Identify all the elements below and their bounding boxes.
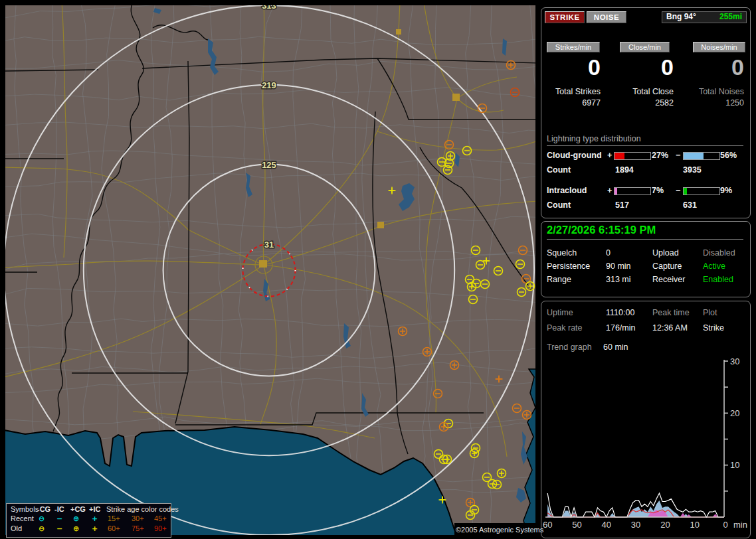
legend-col-neg-ic: -IC	[54, 505, 64, 513]
svg-text:30: 30	[631, 520, 640, 530]
counters-panel: STRIKE NOISE Bng 94° 255mi Strikes/min C…	[541, 7, 751, 218]
ic-negative-count: 631	[683, 200, 697, 210]
age-90: 90+	[154, 524, 167, 532]
svg-text:313: 313	[262, 5, 276, 11]
strike-toggle-button[interactable]: STRIKE	[545, 11, 585, 23]
intracloud-label: Intracloud	[547, 186, 587, 195]
ic-negative-bar	[683, 187, 720, 195]
cg-positive-count: 1894	[615, 165, 634, 175]
datetime-divider	[547, 239, 743, 240]
total-close-value: 2582	[620, 98, 674, 108]
svg-text:219: 219	[262, 80, 276, 90]
peak-rate-label: Peak rate	[547, 323, 583, 333]
legend-recent-label: Recent	[11, 514, 34, 522]
bearing-distance: 255mi	[719, 12, 742, 22]
close-per-min-button[interactable]: Close/min	[620, 42, 670, 52]
old-pos-ic-icon: +	[92, 524, 98, 533]
legend-symbols-header: Symbols	[11, 505, 39, 513]
plot-label: Plot	[703, 308, 717, 317]
cg-plus-sign: +	[607, 151, 612, 160]
bearing-label: Bng 94°	[666, 12, 696, 22]
ic-negative-pct: 9%	[720, 186, 732, 195]
cg-positive-bar	[614, 152, 651, 160]
total-noises-value: 1250	[693, 98, 744, 108]
distribution-title: Lightning type distribution	[547, 134, 641, 143]
receiver-value: Enabled	[703, 275, 733, 284]
old-neg-ic-icon: −	[56, 524, 62, 533]
cg-negative-pct: 56%	[720, 151, 737, 160]
svg-text:0: 0	[723, 520, 727, 530]
total-noises-label: Total Noises	[693, 87, 744, 96]
status-panel: 2/27/2026 6:15:19 PM Squelch 0 Persisten…	[541, 221, 751, 297]
ic-plus-sign: +	[607, 186, 612, 195]
age-45: 45+	[154, 514, 167, 522]
persistence-label: Persistence	[547, 262, 590, 271]
plot-value: Strike	[703, 323, 724, 333]
peak-rate-value: 176/min	[606, 323, 635, 333]
cg-negative-count: 3935	[683, 165, 702, 175]
capture-label: Capture	[652, 262, 682, 271]
total-strikes-value: 6977	[547, 98, 601, 108]
recent-neg-ic-icon: −	[56, 514, 62, 523]
noise-toggle-button[interactable]: NOISE	[587, 11, 626, 23]
legend-col-pos-ic: +IC	[89, 505, 100, 513]
close-per-min-value: 0	[620, 54, 674, 80]
noises-per-min-button[interactable]: Noises/min	[693, 42, 745, 52]
age-15: 15+	[108, 514, 120, 522]
svg-text:min: min	[733, 520, 747, 530]
cg-minus-sign: −	[676, 151, 680, 160]
trend-graph-window: 60 min	[603, 343, 628, 352]
map-legend: Symbols -CG -IC +CG +IC Strike age color…	[6, 503, 171, 538]
trend-graph: 1020306050403020100min	[541, 354, 749, 536]
upload-label: Upload	[652, 248, 679, 258]
svg-text:10: 10	[690, 520, 699, 530]
svg-text:50: 50	[572, 520, 581, 530]
lightning-map[interactable]: 31321912531 Symbols -CG -IC +CG +IC Stri…	[5, 5, 535, 535]
legend-old-label: Old	[11, 524, 22, 532]
svg-text:60: 60	[543, 520, 552, 530]
cloud-ground-label: Cloud-ground	[547, 151, 602, 160]
squelch-label: Squelch	[547, 248, 577, 258]
uptime-label: Uptime	[547, 308, 573, 317]
datetime-display: 2/27/2026 6:15:19 PM	[547, 224, 656, 236]
noises-per-min-value: 0	[693, 54, 744, 80]
receiver-label: Receiver	[652, 275, 685, 284]
trend-graph-label: Trend graph	[547, 343, 592, 352]
total-close-label: Total Close	[620, 87, 674, 96]
ic-positive-pct: 7%	[652, 186, 664, 195]
copyright-text: ©2005 Astrogenic Systems	[456, 526, 543, 534]
upload-value: Disabled	[703, 248, 735, 258]
app-window: 31321912531 Symbols -CG -IC +CG +IC Stri…	[0, 0, 756, 539]
svg-text:30: 30	[730, 356, 739, 366]
age-30: 30+	[132, 514, 144, 522]
strikes-per-min-value: 0	[547, 54, 601, 80]
svg-text:31: 31	[264, 240, 274, 250]
svg-text:20: 20	[660, 520, 670, 530]
peak-time-label: Peak time	[652, 308, 690, 317]
strikes-per-min-button[interactable]: Strikes/min	[547, 42, 600, 52]
ic-positive-count: 517	[615, 200, 629, 210]
svg-text:10: 10	[730, 460, 739, 470]
uptime-value: 1110:00	[606, 308, 634, 317]
cg-positive-pct: 27%	[652, 151, 668, 160]
cg-negative-bar	[683, 152, 720, 160]
copyright-bar: ©2005 Astrogenic Systems	[454, 523, 538, 536]
peak-time-value: 12:36 AM	[652, 323, 688, 333]
ic-minus-sign: −	[676, 186, 680, 195]
age-75: 75+	[132, 524, 144, 532]
svg-text:20: 20	[730, 408, 739, 418]
old-neg-cg-icon: ⊖	[39, 524, 45, 533]
svg-text:125: 125	[262, 160, 276, 170]
ic-positive-bar	[614, 187, 651, 195]
bearing-readout: Bng 94° 255mi	[662, 11, 747, 23]
recent-pos-ic-icon: +	[92, 514, 98, 523]
distribution-divider	[547, 145, 743, 146]
ic-count-label: Count	[547, 200, 571, 210]
old-pos-cg-icon: ⊕	[73, 524, 79, 533]
legend-col-pos-cg: +CG	[70, 505, 86, 513]
svg-text:40: 40	[602, 520, 611, 530]
persistence-value: 90 min	[606, 262, 631, 271]
map-canvas[interactable]: 31321912531	[5, 5, 535, 535]
age-60: 60+	[108, 524, 120, 532]
squelch-value: 0	[606, 248, 611, 258]
